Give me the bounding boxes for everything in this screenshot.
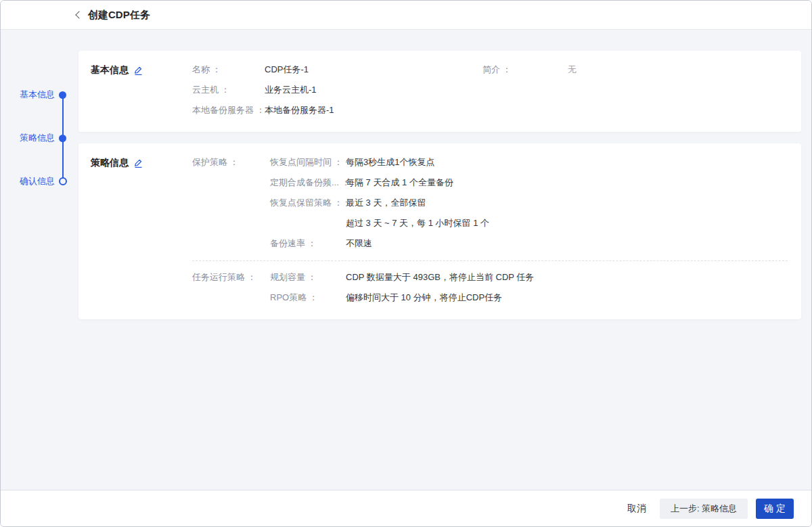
stepper-dot-filled-icon	[59, 91, 66, 99]
stepper-step-basic-info[interactable]: 基本信息	[20, 87, 74, 103]
field-value: 每隔3秒生成1个恢复点	[346, 152, 434, 173]
basic-info-card: 基本信息 名称 ： CDP任务-1	[78, 51, 801, 132]
pencil-edit-icon	[133, 158, 143, 168]
field-value: CDP任务-1	[265, 60, 309, 80]
policy-info-title-col: 策略信息	[91, 152, 192, 308]
stepper-step-label: 策略信息	[20, 132, 55, 144]
wizard-stepper: 基本信息 策略信息 确认信息	[20, 87, 74, 216]
basic-info-left-fields: 名称 ： CDP任务-1 云主机 ： 业务云主机-1 本地备份服务器 ： 本地备…	[192, 60, 482, 120]
previous-step-button[interactable]: 上一步: 策略信息	[660, 499, 748, 519]
policy-row-retention: 恢复点保留策略 ： 最近 3 天，全部保留	[270, 193, 788, 213]
policy-info-title: 策略信息	[91, 152, 129, 173]
field-value: 每隔 7 天合成 1 个全量备份	[346, 173, 453, 193]
page-title: 创建CDP任务	[88, 9, 150, 22]
field-value: 超过 3 天 ~ 7 天，每 1 小时保留 1 个	[346, 213, 489, 233]
basic-info-title: 基本信息	[91, 60, 129, 80]
group-label: 保护策略 ：	[192, 152, 270, 254]
protection-policy-rows: 恢复点间隔时间 ： 每隔3秒生成1个恢复点 定期合成备份频... ： 每隔 7 …	[270, 152, 788, 254]
field-label: 简介 ：	[482, 60, 568, 80]
page-body: 基本信息 策略信息 确认信息 基本信息	[1, 30, 811, 490]
stepper-dot-filled-icon	[59, 135, 66, 142]
policy-info-card: 策略信息 保护策略 ： 恢复点间隔时间 ：	[78, 143, 801, 319]
field-value: CDP 数据量大于 493GB，将停止当前 CDP 任务	[346, 267, 534, 288]
stepper-step-label: 基本信息	[20, 89, 55, 101]
field-label: 定期合成备份频... ：	[270, 173, 346, 193]
page-header: 创建CDP任务	[1, 1, 811, 30]
back-button[interactable]: 创建CDP任务	[76, 9, 150, 22]
field-value: 偏移时间大于 10 分钟，将停止CDP任务	[346, 288, 502, 308]
cancel-button[interactable]: 取消	[627, 499, 646, 519]
field-value: 最近 3 天，全部保留	[346, 193, 426, 213]
task-runtime-policy-rows: 规划容量 ： CDP 数据量大于 493GB，将停止当前 CDP 任务 RPO策…	[270, 267, 788, 308]
field-label: 云主机 ：	[192, 80, 265, 100]
pencil-edit-icon	[133, 65, 143, 75]
field-value: 业务云主机-1	[265, 80, 317, 100]
field-value: 不限速	[346, 233, 372, 254]
field-row-name: 名称 ： CDP任务-1	[192, 60, 482, 80]
field-label: 规划容量 ：	[270, 267, 346, 288]
field-row-local-backup-server: 本地备份服务器 ： 本地备份服务器-1	[192, 100, 482, 120]
field-label: RPO策略 ：	[270, 288, 346, 308]
policy-row-recovery-interval: 恢复点间隔时间 ： 每隔3秒生成1个恢复点	[270, 152, 788, 173]
field-row-cloud-host: 云主机 ： 业务云主机-1	[192, 80, 482, 100]
policy-row-synthetic-backup: 定期合成备份频... ： 每隔 7 天合成 1 个全量备份	[270, 173, 788, 193]
section-divider	[192, 260, 788, 261]
stepper-step-confirm-info[interactable]: 确认信息	[20, 173, 74, 189]
field-value: 无	[568, 60, 577, 80]
policy-info-body: 保护策略 ： 恢复点间隔时间 ： 每隔3秒生成1个恢复点 定期合成备份频... …	[192, 152, 788, 308]
field-value: 本地备份服务器-1	[265, 100, 334, 120]
policy-row-backup-rate: 备份速率 ： 不限速	[270, 233, 788, 254]
confirm-button[interactable]: 确 定	[756, 499, 794, 519]
group-label: 任务运行策略 ：	[192, 267, 270, 308]
field-row-description: 简介 ： 无	[482, 60, 577, 80]
field-label: 本地备份服务器 ：	[192, 100, 265, 120]
field-label: 名称 ：	[192, 60, 265, 80]
policy-row-retention-extra: 超过 3 天 ~ 7 天，每 1 小时保留 1 个	[270, 213, 788, 233]
edit-policy-info-button[interactable]	[133, 152, 143, 173]
edit-basic-info-button[interactable]	[133, 60, 143, 80]
basic-info-title-col: 基本信息	[91, 60, 192, 120]
field-label	[270, 213, 346, 233]
footer-action-bar: 取消 上一步: 策略信息 确 定	[1, 490, 811, 526]
stepper-step-policy-info[interactable]: 策略信息	[20, 130, 74, 146]
policy-row-rpo: RPO策略 ： 偏移时间大于 10 分钟，将停止CDP任务	[270, 288, 788, 308]
basic-info-right-fields: 简介 ： 无	[482, 60, 577, 120]
task-runtime-policy-group: 任务运行策略 ： 规划容量 ： CDP 数据量大于 493GB，将停止当前 CD…	[192, 267, 788, 308]
field-label: 恢复点间隔时间 ：	[270, 152, 346, 173]
stepper-step-label: 确认信息	[20, 175, 55, 187]
basic-info-fields: 名称 ： CDP任务-1 云主机 ： 业务云主机-1 本地备份服务器 ： 本地备…	[192, 60, 788, 120]
create-cdp-task-window: 创建CDP任务 基本信息 策略信息 确认信息 基本信息	[0, 0, 812, 527]
field-label: 恢复点保留策略 ：	[270, 193, 346, 213]
stepper-dot-hollow-icon	[59, 177, 67, 185]
protection-policy-group: 保护策略 ： 恢复点间隔时间 ： 每隔3秒生成1个恢复点 定期合成备份频... …	[192, 152, 788, 254]
content-area: 基本信息 名称 ： CDP任务-1	[78, 30, 801, 319]
policy-row-planned-capacity: 规划容量 ： CDP 数据量大于 493GB，将停止当前 CDP 任务	[270, 267, 788, 288]
chevron-left-icon	[75, 11, 83, 18]
field-label: 备份速率 ：	[270, 233, 346, 254]
